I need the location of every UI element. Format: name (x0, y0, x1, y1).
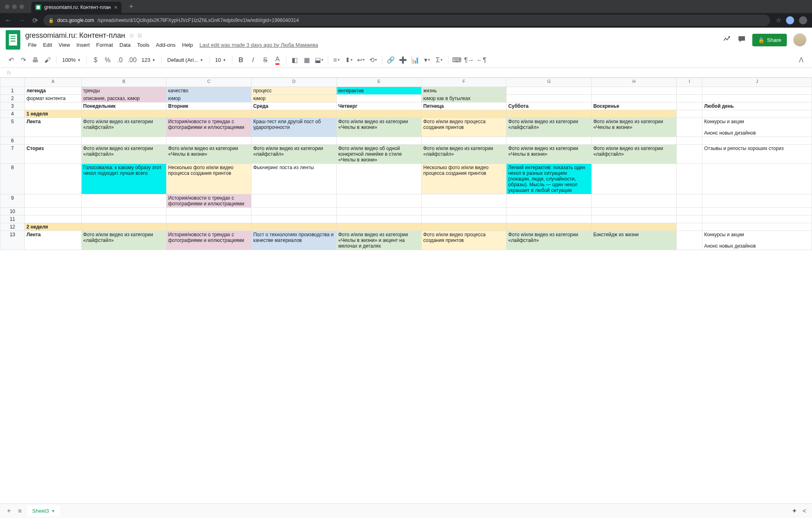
cell-J1[interactable] (702, 87, 812, 95)
col-header-D[interactable]: D (251, 78, 336, 87)
cell-I1[interactable] (676, 87, 702, 95)
cell-E9[interactable] (336, 194, 421, 208)
cell-D5[interactable]: Краш-тест или другой пост об ударопрочно… (251, 118, 336, 137)
cell-G4[interactable] (507, 110, 591, 118)
cell-E2[interactable] (336, 95, 421, 102)
increase-decimal-icon[interactable]: .00 (127, 55, 137, 65)
strikethrough-icon[interactable]: S (260, 55, 271, 65)
cell-I9[interactable] (676, 194, 702, 208)
redo-icon[interactable]: ↷ (18, 55, 28, 65)
col-header-E[interactable]: E (336, 78, 421, 87)
row-header-7[interactable]: 7 (0, 145, 25, 164)
menu-data[interactable]: Data (117, 41, 133, 49)
browser-tab[interactable]: gressomiami.ru: Контент-план × (31, 2, 121, 13)
col-header-A[interactable]: A (25, 78, 82, 87)
cell-F2[interactable]: юмор как в бутылках (422, 95, 507, 102)
cell-I11[interactable] (676, 215, 702, 223)
cell-A13[interactable]: Лента (25, 231, 82, 250)
cell-G11[interactable] (507, 215, 591, 223)
cell-A11[interactable] (25, 215, 82, 223)
print-icon[interactable]: 🖶 (30, 55, 41, 65)
cell-G3[interactable]: Суббота (507, 102, 591, 110)
cell-D8[interactable]: Фьючеринг поста из ленты (251, 164, 336, 194)
comment-icon[interactable]: ➕ (398, 55, 408, 65)
row-header-8[interactable]: 8 (0, 164, 25, 194)
cell-G6[interactable] (507, 137, 591, 145)
font-size-select[interactable]: 10▼ (213, 55, 229, 65)
menu-help[interactable]: Help (179, 41, 196, 49)
cell-I4[interactable] (676, 110, 702, 118)
cell-C3[interactable]: Вторник (167, 102, 251, 110)
cell-A3[interactable] (25, 102, 82, 110)
cell-C13[interactable]: История/новости о трендах с фотографиями… (167, 231, 251, 250)
star-icon[interactable]: ☆ (129, 32, 134, 39)
cell-H4[interactable] (591, 110, 676, 118)
cell-D9[interactable] (251, 194, 336, 208)
cell-B13[interactable]: Фото и/или видео из категории «лайфстайл… (81, 231, 166, 250)
collapse-toolbar-icon[interactable]: ᐱ (796, 55, 806, 65)
cell-J6[interactable] (702, 137, 812, 145)
cell-I2[interactable] (676, 95, 702, 102)
cell-B10[interactable] (81, 208, 166, 215)
cell-J3[interactable]: Любой день (702, 102, 812, 110)
undo-icon[interactable]: ↶ (6, 55, 16, 65)
percent-icon[interactable]: % (102, 55, 113, 65)
cell-B2[interactable]: описание, рассказ, юмор (81, 95, 166, 102)
window-controls[interactable] (5, 4, 24, 9)
last-edit-link[interactable]: Last edit was made 3 days ago by Люба Ма… (197, 41, 321, 49)
cell-B4[interactable] (81, 110, 166, 118)
tab-close-icon[interactable]: × (114, 4, 117, 11)
cell-E11[interactable] (336, 215, 421, 223)
cell-G8[interactable]: Легкий интерактив: показать один чехол в… (507, 164, 591, 194)
text-color-icon[interactable]: A (272, 55, 283, 65)
cell-E8[interactable] (336, 164, 421, 194)
cell-F13[interactable]: Фото и/или видео процесса создания принт… (422, 231, 507, 250)
row-header-4[interactable]: 4 (0, 110, 25, 118)
cell-F9[interactable] (422, 194, 507, 208)
cell-A6[interactable] (25, 137, 82, 145)
paint-format-icon[interactable]: 🖌 (42, 55, 53, 65)
cell-D2[interactable]: юмор (251, 95, 336, 102)
cell-B6[interactable] (81, 137, 166, 145)
browser-menu-icon[interactable] (799, 16, 807, 24)
cell-H6[interactable] (591, 137, 676, 145)
document-title[interactable]: gressomiami.ru: Контент-план (25, 31, 125, 40)
cell-E3[interactable]: Четверг (336, 102, 421, 110)
cell-E13[interactable]: Фото и/или видео из категории «Чехлы в ж… (336, 231, 421, 250)
cell-H8[interactable] (591, 164, 676, 194)
maximize-window-icon[interactable] (19, 4, 24, 9)
cell-F5[interactable]: Фото и/или видео процесса создания принт… (422, 118, 507, 137)
reload-icon[interactable]: ⟳ (32, 17, 38, 24)
row-header-3[interactable]: 3 (0, 102, 25, 110)
cell-I7[interactable] (676, 145, 702, 164)
cell-G13[interactable]: Фото и/или видео из категории «лайфстайл… (507, 231, 591, 250)
cell-C1[interactable]: качество (167, 87, 251, 95)
functions-icon[interactable]: Σ▼ (434, 55, 445, 65)
cell-J7[interactable]: Отзывы и репосты хороших сториз (702, 145, 812, 164)
fill-color-icon[interactable]: ◧ (290, 55, 300, 65)
format-select[interactable]: 123▼ (139, 55, 158, 65)
cell-J4[interactable] (702, 110, 812, 118)
cell-H9[interactable] (591, 194, 676, 208)
cell-D6[interactable] (251, 137, 336, 145)
cell-H2[interactable] (591, 95, 676, 102)
cell-J13[interactable]: Конкурсы и акцииАнонс новых дизайнов (702, 231, 812, 250)
row-header-10[interactable]: 10 (0, 208, 25, 215)
currency-icon[interactable]: $ (90, 55, 101, 65)
cell-I3[interactable] (676, 102, 702, 110)
wrap-icon[interactable]: ↩▼ (356, 55, 366, 65)
row-header-11[interactable]: 11 (0, 215, 25, 223)
cell-H5[interactable]: Фото и/или видео из категории «Чехлы в ж… (591, 118, 676, 137)
cell-F4[interactable] (422, 110, 507, 118)
link-icon[interactable]: 🔗 (385, 55, 396, 65)
cell-C9[interactable]: История/новости о трендах с фотографиями… (167, 194, 251, 208)
cell-G7[interactable]: Фото и/или видео из категории «Чехлы в ж… (507, 145, 591, 164)
cell-C4[interactable] (167, 110, 251, 118)
menu-insert[interactable]: Insert (74, 41, 93, 49)
cell-A2[interactable]: формат контента (25, 95, 82, 102)
cell-C10[interactable] (167, 208, 251, 215)
cell-I6[interactable] (676, 137, 702, 145)
row-header-12[interactable]: 12 (0, 223, 25, 231)
move-icon[interactable]: ⧉ (138, 32, 142, 39)
menu-edit[interactable]: Edit (40, 41, 55, 49)
